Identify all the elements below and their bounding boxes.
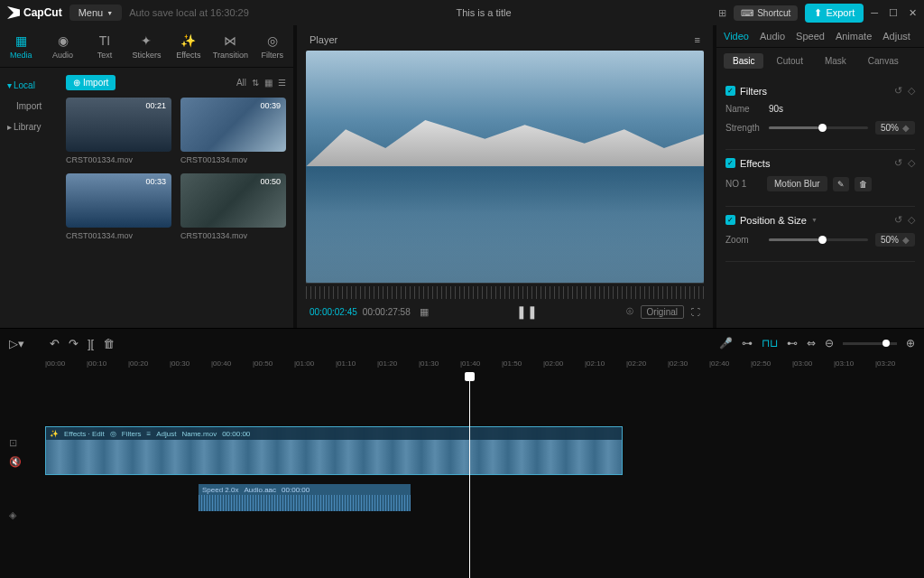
delete-effect-icon[interactable]: 🗑 [855,177,872,191]
sidebar-item-library[interactable]: ▸Library [4,117,55,137]
audio-track-icon[interactable]: ◈ [9,509,36,521]
preview-scrubber[interactable] [306,286,704,299]
preview-canvas[interactable] [306,51,704,283]
player-label: Player [310,34,337,45]
zoom-slider[interactable] [769,238,868,241]
tool-tab-effects[interactable]: ✨Effects [168,29,209,63]
prop-tab-animate[interactable]: Animate [836,31,872,42]
grid-toggle-icon[interactable]: ▦ [420,306,429,318]
magnet-icon[interactable]: ⊓⊔ [762,337,778,350]
tool-tab-text[interactable]: TIText [84,29,125,63]
original-button[interactable]: Original [641,305,684,319]
total-time: 00:00:27:58 [363,307,411,317]
reset-icon[interactable]: ↺ [894,157,902,169]
reset-icon[interactable]: ↺ [894,85,902,97]
media-item[interactable]: 00:50CRST001334.mov [180,173,286,240]
sub-tab-cutout[interactable]: Cutout [767,53,811,69]
layout-icon[interactable]: ⊞ [718,7,726,19]
tool-tab-filters[interactable]: ◎Filters [252,29,293,63]
tool-tab-audio[interactable]: ◉Audio [42,29,83,63]
list-view-icon[interactable]: ☰ [278,78,286,88]
strength-value[interactable]: 50%◆ [875,121,915,135]
delete-button[interactable]: 🗑 [103,337,115,350]
filter-name-label: Name [725,104,762,114]
position-toggle[interactable]: ✓Position & Size ▼ [725,215,818,226]
filters-toggle[interactable]: ✓Filters [725,86,767,97]
maximize-button[interactable]: ☐ [889,7,898,19]
effect-no-label: NO 1 [725,179,762,189]
shortcut-button[interactable]: ⌨ Shortcut [734,5,798,21]
track-icon[interactable]: ⊷ [787,337,798,350]
clip-filter-icon: ◎ [110,430,116,438]
strength-label: Strength [725,123,762,133]
sub-tab-canvas[interactable]: Canvas [859,53,908,69]
strength-slider[interactable] [769,126,868,129]
app-logo: CapCut [7,6,62,19]
filters-icon: ◎ [264,33,281,49]
audio-clip[interactable]: Speed 2.0xAudio.aac00:00:00 [199,484,411,511]
prop-tab-video[interactable]: Video [724,31,749,42]
prop-tab-adjust[interactable]: Adjust [882,31,910,42]
minimize-button[interactable]: ─ [871,7,878,19]
media-item[interactable]: 00:33CRST001334.mov [66,173,171,240]
ruler-tick: |02:50 [751,359,771,368]
prop-tab-speed[interactable]: Speed [796,31,825,42]
import-button[interactable]: ⊕ Import [66,75,116,90]
transition-icon: ⋈ [222,33,238,49]
ruler-tick: |02:30 [668,359,688,368]
zoom-value[interactable]: 50%◆ [875,233,915,247]
sub-tab-mask[interactable]: Mask [816,53,855,69]
undo-button[interactable]: ↶ [50,337,60,350]
media-item[interactable]: 00:21CRST001334.mov [66,98,171,164]
keyboard-icon: ⌨ [741,8,753,18]
effects-icon: ✨ [180,33,197,49]
sidebar-item-import[interactable]: Import [4,96,55,117]
filter-all[interactable]: All [236,78,246,88]
ruler-tick: |02:20 [626,359,646,368]
sub-tab-basic[interactable]: Basic [724,53,763,69]
ruler-tick: |00:40 [211,359,231,368]
sidebar-item-local[interactable]: ▾Local [4,75,55,96]
keyframe-icon[interactable]: ◇ [908,157,915,169]
play-pause-button[interactable]: ❚❚ [516,304,538,319]
zoom-out-icon[interactable]: ⊖ [825,337,834,350]
project-title[interactable]: This is a title [256,7,711,18]
link-icon[interactable]: ⊶ [742,337,753,350]
menu-button[interactable]: Menu▼ [69,5,122,21]
zoom-in-icon[interactable]: ⊕ [906,337,915,350]
ruler-tick: |03:00 [792,359,812,368]
filter-name-value: 90s [769,104,783,114]
ruler-tick: |01:20 [377,359,397,368]
keyframe-icon[interactable]: ◇ [908,85,915,97]
lock-track-icon[interactable]: ⊡ [9,437,36,449]
player-menu-icon[interactable]: ≡ [695,34,700,45]
redo-button[interactable]: ↷ [69,337,79,350]
video-clip[interactable]: ✨Effects · Edit ◎Filters ≡Adjust Name.mo… [45,426,623,475]
sort-icon[interactable]: ⇅ [252,78,259,88]
tool-tab-media[interactable]: ▦Media [0,29,42,63]
close-button[interactable]: ✕ [909,7,917,19]
align-icon[interactable]: ⇔ [807,337,816,350]
cursor-tool-icon[interactable]: ▷▾ [9,337,24,350]
keyframe-icon[interactable]: ◇ [908,214,915,226]
grid-view-icon[interactable]: ▦ [264,78,273,88]
mute-track-icon[interactable]: 🔇 [9,456,36,468]
media-item[interactable]: 00:39CRST001334.mov [180,98,286,164]
app-name: CapCut [23,6,62,19]
edit-effect-icon[interactable]: ✎ [833,177,849,191]
mic-icon[interactable]: 🎤 [719,337,733,350]
export-button[interactable]: ⬆ Export [805,4,864,23]
reset-icon[interactable]: ↺ [894,214,902,226]
effects-toggle[interactable]: ✓Effects [725,158,770,169]
effect-name: Motion Blur [767,176,827,191]
prop-tab-audio[interactable]: Audio [760,31,785,42]
ruler-tick: |03:20 [875,359,895,368]
focus-icon[interactable]: ⦾ [626,306,633,317]
timeline-zoom-slider[interactable] [843,342,897,345]
fullscreen-icon[interactable]: ⛶ [691,307,700,317]
playhead[interactable] [469,374,470,578]
clip-fx-icon: ✨ [50,430,59,438]
tool-tab-transition[interactable]: ⋈Transition [209,29,251,63]
split-button[interactable]: ]​[ [88,337,94,350]
tool-tab-stickers[interactable]: ✦Stickers [125,29,167,63]
